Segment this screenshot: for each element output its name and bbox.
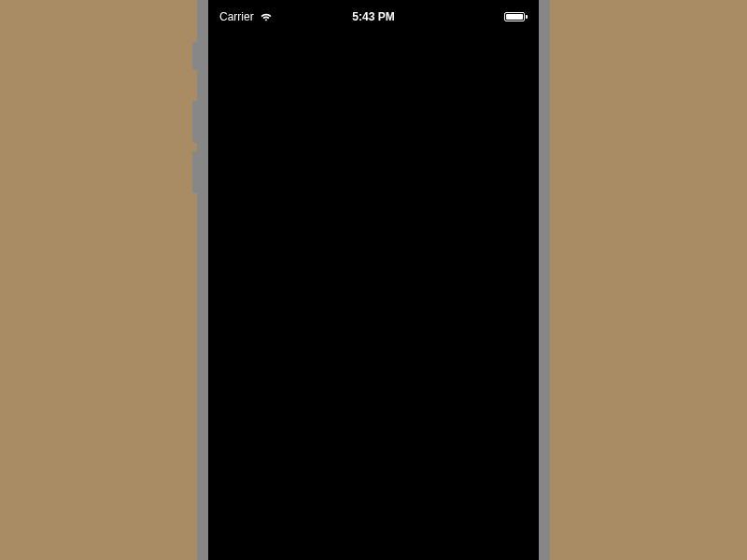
- wifi-icon: [260, 12, 273, 21]
- battery-tip: [526, 15, 528, 19]
- status-bar-time: 5:43 PM: [352, 10, 394, 23]
- carrier-label: Carrier: [219, 10, 254, 23]
- battery-body: [504, 12, 525, 21]
- device-screen: Carrier 5:43 PM: [208, 0, 539, 560]
- app-content: [208, 34, 539, 560]
- battery-icon: [504, 12, 528, 21]
- status-bar-right: [504, 12, 528, 21]
- status-bar: Carrier 5:43 PM: [208, 0, 539, 34]
- status-bar-left: Carrier: [219, 10, 273, 23]
- battery-fill: [506, 14, 523, 20]
